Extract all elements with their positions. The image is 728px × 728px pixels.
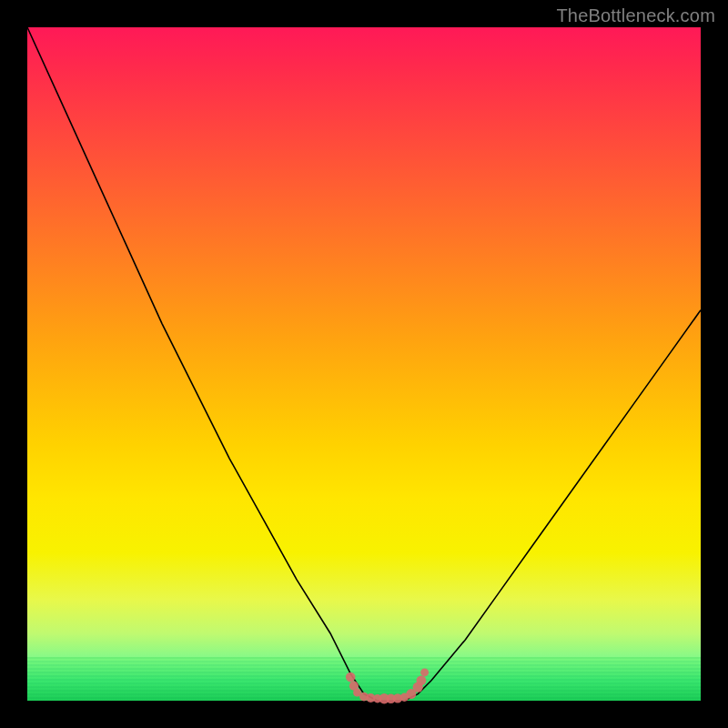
chart-frame: TheBottleneck.com — [0, 0, 728, 728]
marker-point — [420, 668, 429, 676]
marker-point — [346, 672, 356, 682]
watermark-text: TheBottleneck.com — [556, 5, 715, 26]
highlight-markers — [346, 668, 429, 703]
curve-layer — [27, 27, 701, 701]
plot-area — [27, 27, 701, 701]
bottleneck-curve — [27, 27, 701, 701]
marker-point — [417, 675, 427, 685]
